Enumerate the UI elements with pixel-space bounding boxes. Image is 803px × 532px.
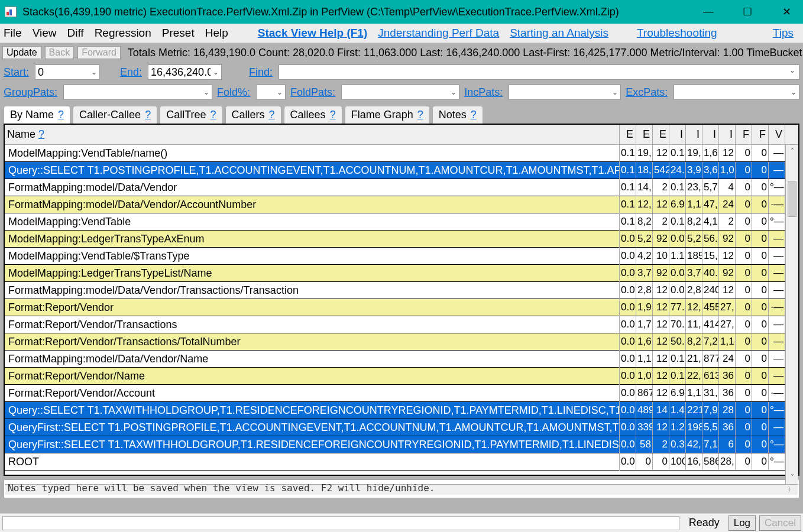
row-value: 24. [669,162,686,179]
col-header[interactable]: I [719,125,736,144]
col-header[interactable]: E [620,125,636,144]
row-value: °— [769,453,785,470]
app-icon [5,7,17,17]
table-row[interactable]: QueryFirst::SELECT T1.POSTINGPROFILE,T1.… [5,419,785,436]
log-button[interactable]: Log [728,515,756,531]
tab-by-name[interactable]: By Name ? [4,106,70,124]
row-value: 0 [752,402,769,419]
grouppats-combo[interactable]: ⌄ [63,85,212,100]
col-header[interactable]: I [702,125,719,144]
link-stack-help[interactable]: Stack View Help (F1) [258,27,368,40]
table-row[interactable]: FormatMapping:model/Data/Vendor/Transact… [5,282,785,299]
table-row[interactable]: ROOT0.00010016,58628,00°— [5,453,785,471]
tab-caller-callee[interactable]: Caller-Callee ? [73,106,157,124]
col-name-header[interactable]: Name ? [5,125,620,144]
tab-calltree[interactable]: CallTree ? [160,106,222,124]
menu-diff[interactable]: Diff [67,27,83,40]
chevron-down-icon: ⌄ [612,88,618,96]
col-header[interactable]: F [736,125,752,144]
incpats-label[interactable]: IncPats: [464,86,503,99]
col-header[interactable]: E [653,125,669,144]
find-input[interactable]: ⌄ [279,64,799,80]
row-value: 0.1 [669,179,686,196]
scroll-thumb[interactable] [788,181,796,217]
menu-regression[interactable]: Regression [95,27,151,40]
row-value: 0 [736,248,752,264]
row-value: 2 [653,179,669,196]
row-value: 0 [752,333,769,350]
table-row[interactable]: ModelMapping:VendTable/$TransType0.04,21… [5,248,785,265]
find-label[interactable]: Find: [249,66,273,79]
grouppats-label[interactable]: GroupPats: [4,86,57,99]
link-starting[interactable]: Starting an Analysis [510,27,608,40]
command-input[interactable] [2,516,679,530]
row-value: — [769,368,785,384]
row-value: 24 [719,196,736,213]
excpats-combo[interactable]: ⌄ [674,85,799,100]
row-value: 16, [686,453,702,470]
table-row[interactable]: Format:Report/Vendor/Transactions/TotalN… [5,333,785,351]
close-button[interactable]: ✕ [775,5,798,18]
row-value: 0.0 [620,299,636,316]
start-combo[interactable]: 0⌄ [35,64,100,80]
end-combo[interactable]: 16,436,240.0⌄ [148,64,222,80]
row-value: — [769,265,785,281]
minimize-button[interactable]: — [697,5,720,18]
row-value: 12 [653,385,669,401]
menu-preset[interactable]: Preset [162,27,195,40]
tab-callers[interactable]: Callers ? [225,106,281,124]
incpats-combo[interactable]: ⌄ [509,85,621,100]
table-row[interactable]: Query::SELECT T1.POSTINGPROFILE,T1.ACCOU… [5,162,785,179]
start-label[interactable]: Start: [4,66,29,79]
link-troubleshooting[interactable]: Troubleshooting [637,27,717,40]
maximize-button[interactable]: ☐ [736,5,759,18]
link-understanding[interactable]: Jnderstanding Perf Data [378,27,499,40]
row-value: 12 [653,368,669,384]
row-value: 0.1 [620,179,636,196]
table-row[interactable]: QueryFirst::SELECT T1.TAXWITHHOLDGROUP,T… [5,436,785,453]
tab-notes[interactable]: Notes ? [432,106,483,124]
row-value: 0.0 [669,282,686,299]
scroll-right-icon[interactable]: 〉 [788,485,795,495]
tab-flame-graph[interactable]: Flame Graph ? [345,106,430,124]
tab-callees[interactable]: Callees ? [284,106,342,124]
table-row[interactable]: Format:Report/Vendor/Account0.0867126.91… [5,385,785,402]
menu-help[interactable]: Help [205,27,228,40]
table-row[interactable]: ModelMapping:LedgerTransTypeList/Name0.0… [5,265,785,282]
data-grid: Name ? E E E I I I I F F V ModelMapping:… [4,124,799,476]
table-row[interactable]: Query::SELECT T1.TAXWITHHOLDGROUP,T1.RES… [5,402,785,419]
scroll-up-icon[interactable]: ˄ [786,145,798,158]
table-row[interactable]: FormatMapping:model/Data/Vendor/Name0.01… [5,351,785,368]
table-row[interactable]: Format:Report/Vendor/Transactions0.01,71… [5,316,785,333]
col-header[interactable]: E [636,125,653,144]
menu-view[interactable]: View [33,27,57,40]
row-value: 5,5 [702,419,719,436]
row-value: 0.0 [669,265,686,281]
menu-file[interactable]: File [4,27,22,40]
scroll-down-icon[interactable]: ˅ [786,471,798,484]
col-header[interactable]: I [686,125,702,144]
table-row[interactable]: FormatMapping:model/Data/Vendor/AccountN… [5,196,785,213]
foldpats-label[interactable]: FoldPats: [290,86,335,99]
table-row[interactable]: ModelMapping:VendTable/name()0.119,120.1… [5,145,785,162]
col-header[interactable]: V [769,125,785,144]
table-row[interactable]: Format:Report/Vendor0.01,91277.12,45527,… [5,299,785,316]
row-value: 0.0 [620,231,636,247]
table-row[interactable]: ModelMapping:VendTable0.18,220.18,24,120… [5,213,785,231]
end-label[interactable]: End: [120,66,142,79]
foldpct-label[interactable]: Fold%: [217,86,250,99]
row-name: Format:Report/Vendor/Account [5,385,620,402]
col-header[interactable]: I [669,125,686,144]
table-row[interactable]: Format:Report/Vendor/Name0.01,0120.122,6… [5,368,785,385]
row-value: 1,1 [686,385,702,401]
table-row[interactable]: FormatMapping:model/Data/Vendor0.114,20.… [5,179,785,196]
excpats-label[interactable]: ExcPats: [626,86,668,99]
col-header[interactable]: F [752,125,769,144]
table-row[interactable]: ModelMapping:LedgerTransTypeAxEnum0.05,2… [5,231,785,248]
vertical-scrollbar[interactable]: ˄ ˅ [785,145,798,484]
link-tips[interactable]: Tips [773,27,794,40]
row-value: 0 [752,282,769,299]
update-button[interactable]: Update [2,46,41,59]
foldpct-combo[interactable]: ⌄ [256,85,286,100]
foldpats-combo[interactable]: ⌄ [341,85,459,100]
